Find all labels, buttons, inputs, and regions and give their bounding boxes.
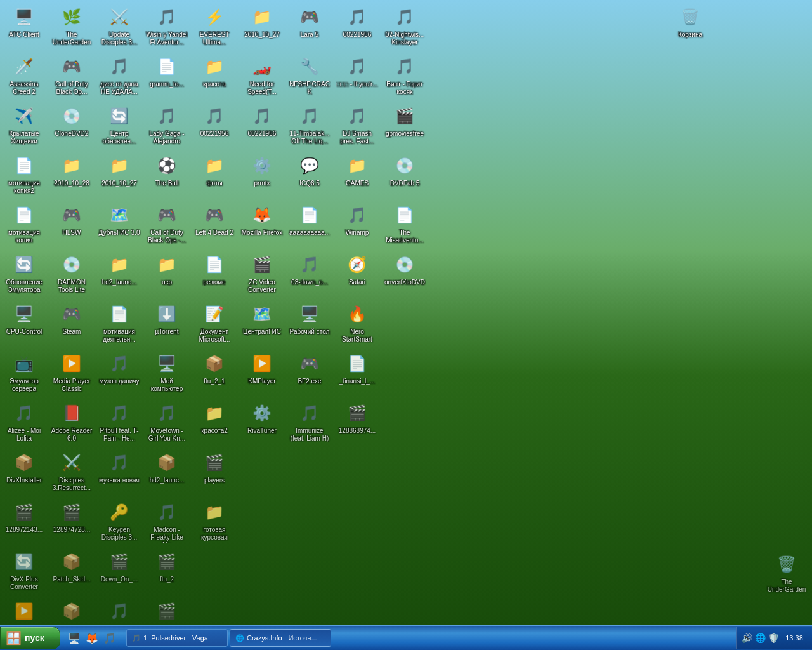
desktop-icon-dubgis[interactable]: 🗺️ ДубльГИС 3.0 bbox=[96, 200, 142, 248]
desktop-icon-moy-kompyuter[interactable]: 🖥️ Мой компьютер bbox=[144, 348, 190, 396]
desktop-icon-krasota2[interactable]: 📁 красота2 bbox=[192, 398, 237, 446]
desktop-icon-hd2-launch[interactable]: 📁 hd2_launc... bbox=[96, 249, 142, 297]
desktop-icon-muzyka-nova[interactable]: 🎵 музыка новая bbox=[96, 448, 142, 495]
desktop-icon-2010-10-27b[interactable]: 📁 2010_10_27 bbox=[239, 2, 285, 50]
task-pulsedriver[interactable]: 🎵 1. Pulsedriver - Vaga... bbox=[126, 629, 228, 647]
desktop-icon-central-gis[interactable]: 🗺️ ЦентралГИС bbox=[239, 299, 285, 347]
desktop-icon-emulator[interactable]: 📺 Эмулятор сервера bbox=[1, 348, 47, 396]
tray-network[interactable]: 🌐 bbox=[755, 633, 766, 643]
desktop-icon-madcon[interactable]: 🎵 Madcon - Freaky Like Me bbox=[144, 497, 190, 545]
desktop-icon-mozilla[interactable]: 🦊 Mozilla Firefox bbox=[239, 200, 285, 248]
desktop-icon-muzon[interactable]: 🎵 музон даничу bbox=[96, 348, 142, 396]
desktop-icon-hlsw[interactable]: 🎮 HLSW bbox=[49, 200, 95, 248]
desktop-icon-rezyume[interactable]: 📄 резюме bbox=[192, 249, 237, 297]
desktop-icon-clonedvd2[interactable]: 💿 CloneDVD2 bbox=[49, 101, 95, 149]
desktop-icon-128974728[interactable]: 🎬 128974728... bbox=[49, 497, 95, 545]
ql-media[interactable]: 🎵 bbox=[102, 630, 118, 646]
desktop-icon-obnovlenie[interactable]: 🔄 Обновление Эмулятора bbox=[1, 249, 47, 297]
desktop-icon-immunize[interactable]: 🎵 Immunize (feat. Liam H) bbox=[287, 398, 332, 446]
desktop-icon-dj-smash[interactable]: 🎵 DJ Smash pres. Fast... bbox=[334, 101, 380, 149]
desktop-icon-divx-installer[interactable]: 📦 DivXInstaller bbox=[1, 448, 47, 495]
desktop-icon-bf2-exe[interactable]: 🎮 BF2.exe bbox=[287, 348, 332, 396]
desktop-icon-gramm-to[interactable]: 📄 gramm_to... bbox=[144, 51, 190, 99]
ql-show-desktop[interactable]: 🖥️ bbox=[66, 630, 82, 646]
desktop-icon-krylatye[interactable]: ✈️ Крылатые Хищники bbox=[1, 101, 47, 149]
desktop-icon-media-player[interactable]: ▶️ Media Player Classic bbox=[49, 348, 95, 396]
desktop-icon-games[interactable]: 📁 GAMES bbox=[334, 150, 380, 198]
desktop-icon-undergarden[interactable]: 🌿 The UnderGarden bbox=[49, 2, 95, 50]
desktop-icon-foto[interactable]: 📁 фоты bbox=[192, 150, 237, 198]
desktop-icon-ftu-2-1[interactable]: 📦 ftu_2_1 bbox=[192, 348, 237, 396]
desktop-icon-alizee[interactable]: 🎵 Alizee - Moi Lolita bbox=[1, 398, 47, 446]
desktop-icon-disciples3[interactable]: ⚔️ Disciples 3.Resurrect... bbox=[49, 448, 95, 495]
desktop-icon-patch-skid1[interactable]: 📦 Patch_Skid... bbox=[49, 547, 95, 594]
desktop-icon-patch-skid2[interactable]: 📦 Patch_Skid... bbox=[49, 596, 95, 625]
desktop-icon-keygen[interactable]: 🔑 Keygen Disciples 3... bbox=[96, 497, 142, 545]
desktop-icon-daemon[interactable]: 💿 DAEMON Tools Lite bbox=[49, 249, 95, 297]
recycle-bin-icon[interactable]: 🗑️ The UnderGarden bbox=[764, 549, 809, 597]
desktop-icon-128972143[interactable]: 🎬 128972143... bbox=[1, 497, 47, 545]
desktop-icon-lady-gaga[interactable]: 🎵 Lady Gaga - Alejandro bbox=[144, 101, 190, 149]
desktop-icon-safari[interactable]: 🧭 Safari bbox=[334, 249, 380, 297]
desktop-icon-if-you[interactable]: 🎵 □□□ - If you'r... bbox=[334, 51, 380, 99]
desktop-icon-misadventu[interactable]: 📄 The Misadventu... bbox=[382, 200, 428, 248]
desktop-icon-motivatsiya-deyat[interactable]: 📄 мотивация деятельн... bbox=[96, 299, 142, 347]
desktop-icon-korzina[interactable]: 🗑️ Корзина bbox=[667, 2, 713, 50]
desktop-icon-ucp[interactable]: 📁 ucp bbox=[144, 249, 190, 297]
desktop-icon-motivatsiya[interactable]: 📄 мотивация копия bbox=[1, 200, 47, 248]
desktop-icon-cpu-control[interactable]: 🖥️ CPU-Control bbox=[1, 299, 47, 347]
desktop-icon-dvdfab5[interactable]: 💿 DVDFab 5 bbox=[382, 150, 428, 198]
desktop-icon-call-duty-black2[interactable]: 🎮 Call of Duty Black Ops -... bbox=[144, 200, 190, 248]
desktop-icon-wisin-aventur[interactable]: 🎵 Wisin y Yandel Ft Aventur... bbox=[144, 2, 190, 50]
desktop-icon-2010-10-28[interactable]: 📁 2010_10_28 bbox=[49, 150, 95, 198]
desktop-icon-utorrent[interactable]: ⬇️ µTorrent bbox=[144, 299, 190, 347]
desktop-icon-kmplayer[interactable]: ▶️ KMPlayer bbox=[239, 348, 285, 396]
desktop-icon-onverttodvd[interactable]: 💿 onvertXtoDVD bbox=[382, 249, 428, 297]
desktop-icon-00221956b[interactable]: 🎵 00221956 bbox=[239, 101, 285, 149]
desktop-icon-03-dawn[interactable]: 🎵 03-dawn_o... bbox=[287, 249, 332, 297]
desktop-icon-00221956c[interactable]: 🎵 00221956 bbox=[334, 2, 380, 50]
desktop-icon-disc-dana[interactable]: 🎵 дисс от дана НЕ УДАЛА... bbox=[96, 51, 142, 99]
desktop-icon-lara5[interactable]: 🎮 Lara 5 bbox=[287, 2, 332, 50]
desktop-icon-call-duty[interactable]: 🎮 Call of Duty Black Op... bbox=[49, 51, 95, 99]
desktop-icon-centr-obnovlen[interactable]: 🔄 Центр обновлен... bbox=[96, 101, 142, 149]
tray-shield[interactable]: 🛡️ bbox=[768, 633, 779, 643]
desktop-icon-nero[interactable]: 🔥 Nero StartSmart bbox=[334, 299, 380, 347]
desktop-icon-ftu-2[interactable]: 🎬 ftu_2 bbox=[144, 547, 190, 594]
desktop-icon-2010-10-27[interactable]: 📁 2010_10_27 bbox=[96, 150, 142, 198]
desktop-icon-128868974[interactable]: 🎬 128868974... bbox=[334, 398, 380, 446]
desktop-icon-the-ball[interactable]: ⚽ The Ball bbox=[144, 150, 190, 198]
desktop-icon-assassins-creed[interactable]: 🗡️ Assassins Creed 2 bbox=[1, 51, 47, 99]
desktop-icon-everest[interactable]: ⚡ EVEREST Ultima... bbox=[192, 2, 237, 50]
desktop-icon-zc-video[interactable]: 🎬 ZC Video Converter bbox=[239, 249, 285, 297]
desktop-icon-02-nightwish[interactable]: 🎵 02-Nightwis... Kinslayer bbox=[382, 2, 428, 50]
desktop-icon-winamp[interactable]: 🎵 Winamp bbox=[334, 200, 380, 248]
desktop-icon-11-timbala[interactable]: 🎵 11-Timbalak... Off The Liq... bbox=[287, 101, 332, 149]
desktop-icon-divx-plus-player[interactable]: ▶️ DivX Plus Player bbox=[1, 596, 47, 625]
desktop-icon-rabochiy[interactable]: 🖥️ Рабочий стол bbox=[287, 299, 332, 347]
task-crazys[interactable]: 🌐 Crazys.Info - Источн... bbox=[230, 629, 331, 647]
tray-volume[interactable]: 🔊 bbox=[742, 633, 752, 643]
desktop-icon-icq65[interactable]: 💬 ICQ6.5 bbox=[287, 150, 332, 198]
desktop-icon-down-on[interactable]: 🎬 Down_On_... bbox=[96, 547, 142, 594]
desktop-icon-update-disciples[interactable]: ⚔️ Update Disciples 3... bbox=[96, 2, 142, 50]
desktop-icon-soblazn[interactable]: 🎬 Соблазн (2001) bbox=[144, 596, 190, 625]
desktop-icon-atc-client[interactable]: 🖥️ ATC Client bbox=[1, 2, 47, 50]
desktop-icon-movetown[interactable]: 🎵 Movetown - Girl You Kn... bbox=[144, 398, 190, 446]
desktop-icon-prmtx[interactable]: ⚙️ prmtx bbox=[239, 150, 285, 198]
desktop-icon-players[interactable]: 🎬 players bbox=[192, 448, 237, 495]
desktop-icon-document-ms[interactable]: 📝 Документ Microsoft... bbox=[192, 299, 237, 347]
desktop-icon-need-speed[interactable]: 🏎️ Need for Speed(T... bbox=[239, 51, 285, 99]
desktop-icon-krasota[interactable]: 📁 красота bbox=[192, 51, 237, 99]
desktop-icon-left4dead2[interactable]: 🎮 Left 4 Dead 2 bbox=[192, 200, 237, 248]
desktop-icon-vint[interactable]: 🎵 Винт - Горит косяк bbox=[382, 51, 428, 99]
desktop-icon-aaaaaa[interactable]: 📄 аааааааааа... bbox=[287, 200, 332, 248]
desktop-icon-finansi[interactable]: 📄 _finansi_l_... bbox=[334, 348, 380, 396]
desktop-icon-tunatic[interactable]: 🎵 Tunatic bbox=[96, 596, 142, 625]
desktop-icon-pitbull[interactable]: 🎵 Pitbull feat. T-Pain - He... bbox=[96, 398, 142, 446]
start-button[interactable]: 🪟 пуск bbox=[0, 627, 60, 649]
desktop-icon-nfshp-crack[interactable]: 🔧 NFSHP.CRACK bbox=[287, 51, 332, 99]
desktop-icon-00221956[interactable]: 🎵 00221956 bbox=[192, 101, 237, 149]
desktop-icon-adobe[interactable]: 📕 Adobe Reader 6.0 bbox=[49, 398, 95, 446]
desktop-icon-gotovaya[interactable]: 📁 готовая курсовая bbox=[192, 497, 237, 545]
